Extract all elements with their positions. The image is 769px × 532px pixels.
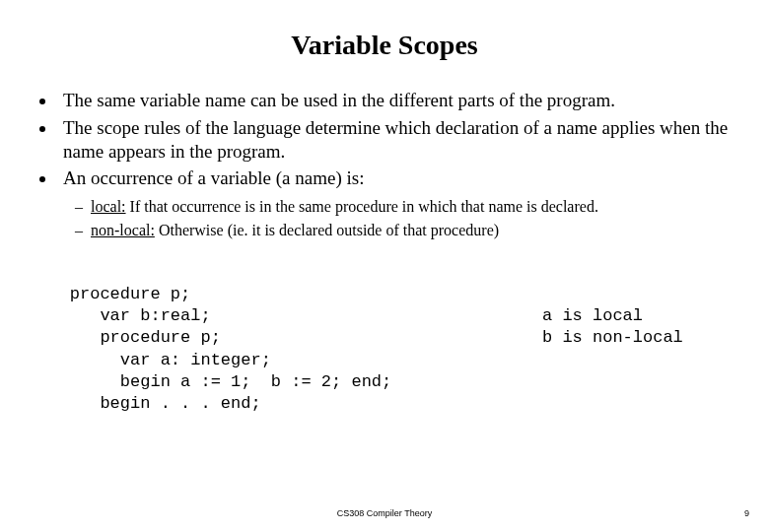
code-line: procedure p; [70, 328, 221, 347]
code-line: var b:real; [70, 306, 211, 325]
code-line: var a: integer; [70, 351, 271, 369]
footer-text: CS308 Compiler Theory [0, 508, 769, 518]
code-annotation: a is local b is non-local [542, 305, 683, 349]
annot-line: b is non-local [542, 328, 683, 347]
code-block: procedure p; var b:real; procedure p; va… [30, 262, 739, 458]
sub-bullet-list: local: If that occurrence is in the same… [91, 196, 739, 240]
annot-line: a is local [542, 306, 643, 325]
slide-title: Variable Scopes [30, 30, 739, 61]
sub-bullet-label: local: [91, 198, 126, 215]
sub-bullet-rest: Otherwise (ie. it is declared outside of… [155, 222, 499, 238]
code-lines: procedure p; var b:real; procedure p; va… [70, 284, 391, 415]
code-line: begin a := 1; b := 2; end; [70, 372, 391, 391]
sub-bullet-item: non-local: Otherwise (ie. it is declared… [91, 220, 739, 241]
code-line: procedure p; [70, 285, 190, 303]
code-line: begin . . . end; [70, 394, 261, 413]
main-bullet-list: The same variable name can be used in th… [57, 89, 739, 240]
slide: Variable Scopes The same variable name c… [0, 0, 769, 532]
bullet-text: An occurrence of a variable (a name) is: [63, 167, 364, 188]
sub-bullet-item: local: If that occurrence is in the same… [91, 196, 739, 218]
bullet-item: The scope rules of the language determin… [57, 116, 739, 164]
sub-bullet-rest: If that occurrence is in the same proced… [126, 198, 598, 215]
sub-bullet-label: non-local: [91, 222, 155, 238]
page-number: 9 [744, 508, 749, 518]
bullet-item: The same variable name can be used in th… [57, 89, 739, 112]
bullet-item: An occurrence of a variable (a name) is:… [57, 166, 739, 240]
